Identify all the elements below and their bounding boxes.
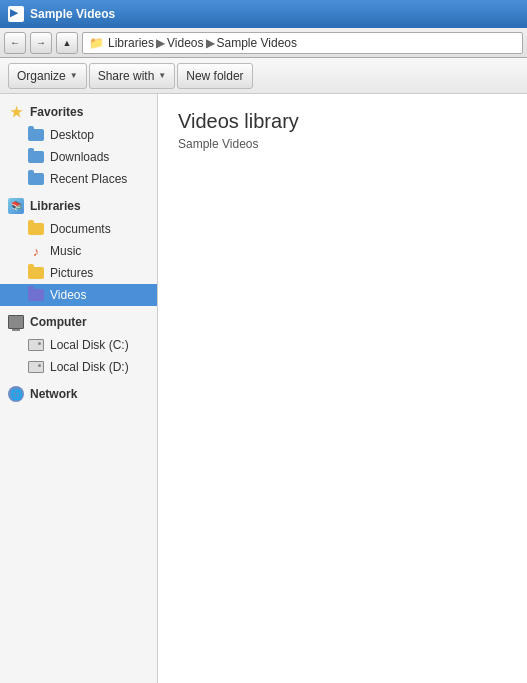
address-sep-1: ▶ [156, 36, 165, 50]
sidebar-item-desktop[interactable]: Desktop [0, 124, 157, 146]
local-disk-d-label: Local Disk (D:) [50, 360, 149, 374]
network-icon: 🌐 [8, 386, 24, 402]
recent-places-icon [28, 171, 44, 187]
title-bar: Sample Videos [0, 0, 527, 28]
address-sep-2: ▶ [206, 36, 215, 50]
address-segment-1[interactable]: Libraries [108, 36, 154, 50]
sidebar-item-pictures[interactable]: Pictures [0, 262, 157, 284]
sidebar: ★ Favorites Desktop Downloads Recent Pla… [0, 94, 158, 683]
forward-button[interactable]: → [30, 32, 52, 54]
content-title: Videos library [178, 110, 507, 133]
address-path[interactable]: 📁 Libraries ▶ Videos ▶ Sample Videos [82, 32, 523, 54]
content-area: Videos library Sample Videos [158, 94, 527, 683]
network-header[interactable]: 🌐 Network [0, 382, 157, 406]
documents-icon [28, 221, 44, 237]
sidebar-item-downloads[interactable]: Downloads [0, 146, 157, 168]
libraries-section: 📚 Libraries Documents ♪ Music Pictures V… [0, 194, 157, 306]
libraries-label: Libraries [30, 199, 81, 213]
window-title: Sample Videos [30, 7, 115, 21]
computer-label: Computer [30, 315, 87, 329]
local-disk-c-label: Local Disk (C:) [50, 338, 149, 352]
sidebar-item-local-disk-d[interactable]: Local Disk (D:) [0, 356, 157, 378]
back-button[interactable]: ← [4, 32, 26, 54]
computer-section: Computer Local Disk (C:) Local Disk (D:) [0, 310, 157, 378]
local-disk-c-icon [28, 337, 44, 353]
downloads-icon [28, 149, 44, 165]
network-section: 🌐 Network [0, 382, 157, 406]
music-icon: ♪ [28, 243, 44, 259]
organize-dropdown-icon: ▼ [70, 71, 78, 80]
local-disk-d-icon [28, 359, 44, 375]
sidebar-item-videos[interactable]: Videos [0, 284, 157, 306]
favorites-section: ★ Favorites Desktop Downloads Recent Pla… [0, 100, 157, 190]
share-with-button[interactable]: Share with ▼ [89, 63, 176, 89]
share-dropdown-icon: ▼ [158, 71, 166, 80]
computer-header[interactable]: Computer [0, 310, 157, 334]
music-label: Music [50, 244, 149, 258]
toolbar: Organize ▼ Share with ▼ New folder [0, 58, 527, 94]
computer-icon [8, 314, 24, 330]
organize-button[interactable]: Organize ▼ [8, 63, 87, 89]
pictures-icon [28, 265, 44, 281]
address-bar: ← → ▲ 📁 Libraries ▶ Videos ▶ Sample Vide… [0, 28, 527, 58]
videos-icon [28, 287, 44, 303]
downloads-label: Downloads [50, 150, 149, 164]
favorites-icon: ★ [8, 104, 24, 120]
network-label: Network [30, 387, 77, 401]
up-button[interactable]: ▲ [56, 32, 78, 54]
desktop-icon [28, 127, 44, 143]
videos-label: Videos [50, 288, 149, 302]
sidebar-item-documents[interactable]: Documents [0, 218, 157, 240]
share-label: Share with [98, 69, 155, 83]
content-subtitle: Sample Videos [178, 137, 507, 151]
libraries-header[interactable]: 📚 Libraries [0, 194, 157, 218]
recent-places-label: Recent Places [50, 172, 149, 186]
sidebar-item-local-disk-c[interactable]: Local Disk (C:) [0, 334, 157, 356]
organize-label: Organize [17, 69, 66, 83]
documents-label: Documents [50, 222, 149, 236]
pictures-label: Pictures [50, 266, 149, 280]
desktop-label: Desktop [50, 128, 149, 142]
address-icon: 📁 [89, 36, 104, 50]
sidebar-item-recent-places[interactable]: Recent Places [0, 168, 157, 190]
address-segment-2[interactable]: Videos [167, 36, 203, 50]
window-icon [8, 6, 24, 22]
main-layout: ★ Favorites Desktop Downloads Recent Pla… [0, 94, 527, 683]
libraries-icon: 📚 [8, 198, 24, 214]
sidebar-item-music[interactable]: ♪ Music [0, 240, 157, 262]
new-folder-label: New folder [186, 69, 243, 83]
new-folder-button[interactable]: New folder [177, 63, 252, 89]
address-segment-3[interactable]: Sample Videos [217, 36, 298, 50]
favorites-header[interactable]: ★ Favorites [0, 100, 157, 124]
favorites-label: Favorites [30, 105, 83, 119]
